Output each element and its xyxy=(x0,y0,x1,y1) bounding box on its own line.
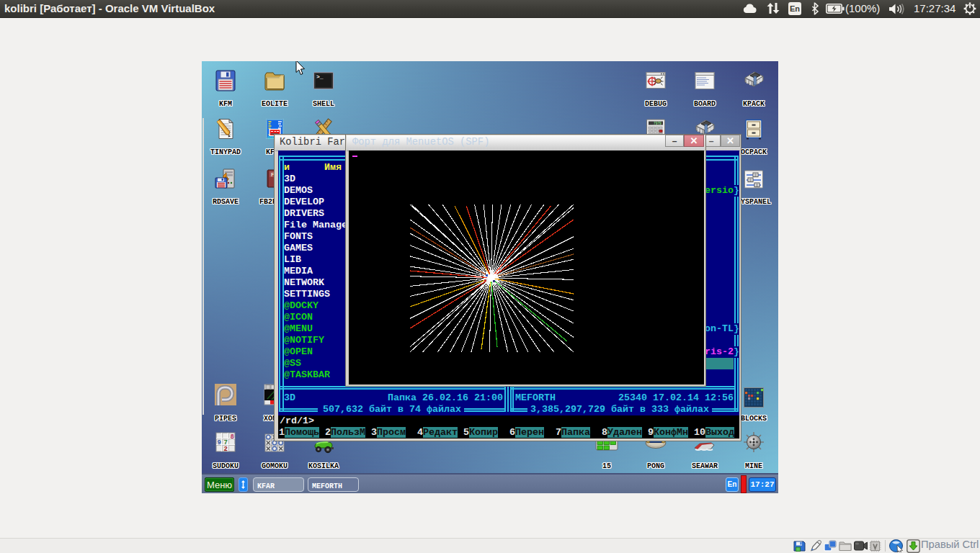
svg-text:8: 8 xyxy=(231,433,234,441)
svg-text:9: 9 xyxy=(218,439,221,446)
svg-text:7979: 7979 xyxy=(654,122,662,125)
svg-text:>_: >_ xyxy=(316,73,324,80)
svg-text:2: 2 xyxy=(224,446,228,453)
